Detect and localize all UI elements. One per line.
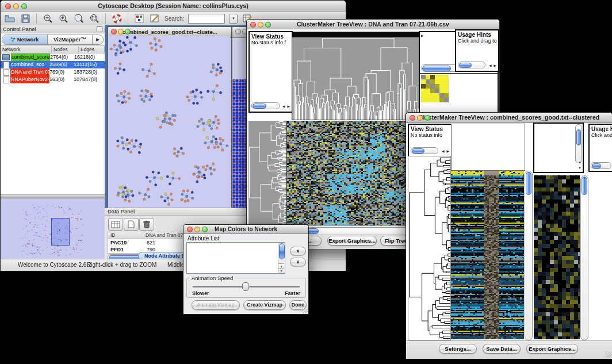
save-data-button[interactable]: Save Data... <box>483 344 521 354</box>
create-vizmap-button[interactable]: Create Vizmap <box>243 300 286 310</box>
matrix-cell[interactable] <box>439 89 444 93</box>
close-icon[interactable] <box>187 227 193 232</box>
vizmapper-icon[interactable] <box>133 13 145 24</box>
column-dendrogram-area[interactable] <box>451 124 525 171</box>
scroll-arrows-icon[interactable]: ◀ ▶ <box>442 148 450 154</box>
scrollbar-thumb[interactable] <box>592 163 601 168</box>
treeview2-titlebar[interactable]: ClusterMaker TreeView : combined_scores_… <box>406 113 612 123</box>
zoom-heatmap-canvas[interactable] <box>534 175 580 339</box>
matrix-cell[interactable] <box>435 98 439 102</box>
scrollbar-thumb[interactable] <box>253 104 266 109</box>
column-label[interactable] <box>556 125 561 170</box>
matrix-cell[interactable] <box>430 98 435 102</box>
scroll-arrows-icon[interactable]: ▶ <box>421 33 424 39</box>
network-table-row[interactable]: combined_scores 2764(0) 16218(0) <box>1 53 105 61</box>
matrix-cell[interactable] <box>421 93 426 98</box>
overview-viewport-rect[interactable] <box>51 218 70 246</box>
col-network[interactable]: Network <box>1 46 52 53</box>
matrix-cell[interactable] <box>421 98 426 102</box>
row-dendrogram-canvas[interactable] <box>408 156 451 340</box>
new-attribute-icon[interactable] <box>124 218 139 231</box>
matrix-cell[interactable] <box>444 84 449 89</box>
matrix-cell[interactable] <box>439 79 444 84</box>
matrix-cell[interactable] <box>435 84 439 89</box>
zoom-selected-icon[interactable] <box>73 13 85 24</box>
global-heatmap-canvas[interactable] <box>451 171 524 339</box>
column-label[interactable] <box>541 125 546 170</box>
zoom-in-icon[interactable] <box>58 13 69 24</box>
dialog-titlebar[interactable]: Map Colors to Network <box>183 225 308 234</box>
matrix-cell[interactable] <box>444 89 449 93</box>
column-label[interactable] <box>433 36 437 63</box>
minimize-icon[interactable] <box>194 227 200 232</box>
close-icon[interactable] <box>235 29 241 35</box>
matrix-cell[interactable] <box>426 84 430 89</box>
matrix-cell[interactable] <box>430 79 435 84</box>
annotation-icon[interactable] <box>149 13 160 24</box>
column-label[interactable] <box>536 125 541 170</box>
search-dropdown-icon[interactable]: ▼ <box>229 14 238 24</box>
minimize-icon[interactable] <box>417 115 423 121</box>
column-label[interactable] <box>567 125 572 170</box>
matrix-cell[interactable] <box>439 93 444 98</box>
close-icon[interactable] <box>410 115 415 121</box>
col-nodes[interactable]: Nodes <box>52 46 79 53</box>
network-table-row[interactable]: DNA and Tran 07 769(0) 183728(0) <box>1 68 105 76</box>
zoom-icon[interactable] <box>125 29 131 35</box>
col-edges[interactable]: Edges <box>79 46 105 53</box>
scrollbar-thumb[interactable] <box>422 66 451 71</box>
move-down-button[interactable]: ∨ <box>290 258 306 266</box>
matrix-cell[interactable] <box>444 75 449 79</box>
scrollbar-thumb[interactable] <box>526 172 531 195</box>
column-label[interactable] <box>449 36 453 63</box>
attribute-select-icon[interactable] <box>108 218 123 231</box>
scroll-arrows-icon[interactable]: ▲▼ <box>578 159 582 171</box>
birdseye-overview[interactable] <box>1 198 105 259</box>
scrollbar-thumb[interactable] <box>412 148 424 154</box>
matrix-cell[interactable] <box>426 93 430 98</box>
matrix-cell[interactable] <box>444 93 449 98</box>
scrollbar-thumb[interactable] <box>576 129 581 145</box>
matrix-cell[interactable] <box>439 98 444 102</box>
matrix-cell[interactable] <box>421 84 426 89</box>
cytoscape-titlebar[interactable]: Cytoscape Desktop (Session Name: collins… <box>1 1 346 12</box>
column-label[interactable] <box>437 36 441 63</box>
close-icon[interactable] <box>250 22 256 28</box>
column-label[interactable] <box>551 125 556 170</box>
close-icon[interactable] <box>5 3 11 9</box>
matrix-cell[interactable] <box>444 98 449 102</box>
global-heatmap-vscrollbar[interactable] <box>525 171 533 340</box>
column-label[interactable] <box>429 36 433 63</box>
export-graphics-button[interactable]: Export Graphics... <box>526 344 578 354</box>
slider-thumb[interactable] <box>242 282 249 291</box>
move-up-button[interactable]: ∧ <box>290 247 306 255</box>
matrix-cell[interactable] <box>426 79 430 84</box>
zoom-icon[interactable] <box>21 3 27 9</box>
matrix-cell[interactable] <box>421 75 426 79</box>
usage-hints-hscrollbar[interactable] <box>591 162 611 169</box>
tab-vizmapper[interactable]: VizMapper™ <box>48 35 93 44</box>
matrix-cell[interactable] <box>439 84 444 89</box>
matrix-cell[interactable] <box>430 75 435 79</box>
animate-vizmap-button[interactable]: Animate Vizmap <box>192 300 240 310</box>
treeview1-titlebar[interactable]: ClusterMaker TreeView : DNA and Tran 07-… <box>247 20 499 29</box>
correlation-matrix[interactable] <box>421 75 449 102</box>
column-label[interactable] <box>546 125 551 170</box>
matrix-cell[interactable] <box>426 89 430 93</box>
matrix-cell[interactable] <box>430 89 435 93</box>
matrix-cell[interactable] <box>426 98 430 102</box>
matrix-cell[interactable] <box>435 79 439 84</box>
scrollbar-thumb[interactable] <box>459 63 472 68</box>
minimize-icon[interactable] <box>13 3 19 9</box>
minimize-icon[interactable] <box>258 22 263 28</box>
column-label[interactable] <box>561 125 567 170</box>
zoom-heatmap-vscrollbar[interactable] <box>580 175 588 340</box>
column-label[interactable] <box>445 36 449 63</box>
scrollbar-thumb[interactable] <box>279 243 285 259</box>
minimize-icon[interactable] <box>118 29 124 35</box>
column-header-vscrollbar[interactable] <box>575 124 582 163</box>
column-label[interactable] <box>441 36 445 63</box>
matrix-cell[interactable] <box>435 75 439 79</box>
close-icon[interactable] <box>111 29 117 35</box>
zoom-icon[interactable] <box>424 115 430 121</box>
